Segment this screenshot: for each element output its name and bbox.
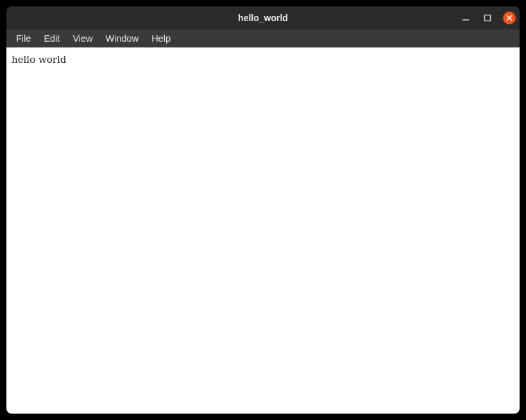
maximize-button[interactable] [481, 12, 494, 24]
close-button[interactable] [503, 12, 516, 24]
window-title: hello_world [6, 13, 520, 23]
maximize-icon [484, 14, 491, 22]
menubar: File Edit View Window Help [6, 29, 520, 47]
content-area[interactable]: hello world [6, 47, 520, 414]
svg-rect-1 [485, 15, 491, 21]
menu-window[interactable]: Window [100, 31, 145, 46]
menu-view[interactable]: View [67, 31, 98, 46]
application-window: hello_world File Edit View [6, 6, 520, 414]
titlebar: hello_world [6, 6, 520, 29]
window-controls [459, 6, 516, 29]
close-icon [506, 15, 513, 21]
menu-help[interactable]: Help [146, 31, 176, 46]
minimize-icon [462, 14, 470, 22]
menu-edit[interactable]: Edit [38, 31, 65, 46]
menu-file[interactable]: File [10, 31, 37, 46]
minimize-button[interactable] [459, 12, 472, 24]
content-text: hello world [12, 54, 514, 67]
